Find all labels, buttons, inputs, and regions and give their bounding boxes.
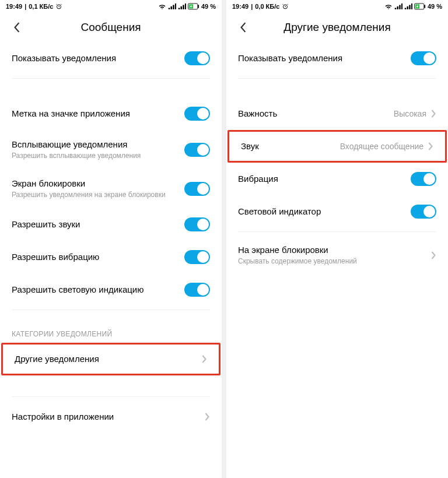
chevron-right-icon <box>202 355 207 363</box>
svg-rect-17 <box>405 8 407 10</box>
row-vibration[interactable]: Вибрация <box>226 163 448 195</box>
row-allow-led[interactable]: Разрешить световую индикацию <box>0 273 222 306</box>
label: Настройки в приложении <box>12 411 200 423</box>
divider <box>238 231 436 232</box>
label: Экран блокировки <box>12 178 184 189</box>
battery-icon <box>188 3 200 10</box>
row-allow-sound[interactable]: Разрешить звуки <box>0 208 222 241</box>
divider <box>12 310 210 310</box>
svg-rect-14 <box>397 6 398 9</box>
toggle-show-notifications[interactable] <box>411 51 436 65</box>
svg-rect-16 <box>401 3 402 9</box>
label: Всплывающие уведомления <box>12 139 184 150</box>
svg-rect-20 <box>411 3 412 9</box>
chevron-right-icon <box>205 413 210 421</box>
alarm-icon <box>55 3 62 10</box>
status-bar: 19:49 | 0,0 КБ/с 49 % <box>226 0 448 13</box>
row-importance[interactable]: Важность Высокая <box>226 97 448 130</box>
toggle-allow-vibration[interactable] <box>184 250 210 264</box>
toggle-led[interactable] <box>411 205 436 219</box>
wifi-icon <box>384 3 393 10</box>
status-battery: 49 % <box>201 3 216 10</box>
chevron-right-icon <box>431 251 436 259</box>
status-bar: 19:49 | 0,1 КБ/с 49 % <box>0 0 222 13</box>
label: Разрешить световую индикацию <box>12 284 184 296</box>
status-battery: 49 % <box>428 3 442 10</box>
svg-rect-13 <box>395 8 397 10</box>
toggle-allow-led[interactable] <box>184 283 210 297</box>
title-bar: Другие уведомления <box>226 13 448 42</box>
row-led[interactable]: Световой индикатор <box>226 195 448 228</box>
chevron-right-icon <box>431 110 436 118</box>
sublabel: Скрывать содержимое уведомлений <box>238 257 426 266</box>
svg-rect-7 <box>183 5 184 10</box>
alarm-icon <box>282 3 289 10</box>
row-show-notifications[interactable]: Показывать уведомления <box>226 42 448 75</box>
page-title: Сообщения <box>10 21 211 34</box>
svg-rect-18 <box>407 6 408 9</box>
divider <box>238 78 436 79</box>
svg-rect-5 <box>178 8 180 10</box>
status-time: 19:49 <box>6 3 22 10</box>
svg-rect-4 <box>175 3 176 9</box>
value: Высокая <box>394 109 426 119</box>
toggle-lockscreen[interactable] <box>184 182 210 196</box>
label: Важность <box>238 108 389 119</box>
phone-left: 19:49 | 0,1 КБ/с 49 % Сообщения Показыва… <box>0 0 222 478</box>
divider <box>12 78 210 79</box>
section-header-categories: КАТЕГОРИИ УВЕДОМЛЕНИЙ <box>0 324 222 343</box>
svg-rect-15 <box>399 5 401 10</box>
signal-icon-2 <box>404 3 412 9</box>
svg-rect-22 <box>424 5 425 8</box>
row-lockscreen[interactable]: Экран блокировки Разрешить уведомления н… <box>0 169 222 208</box>
toggle-vibration[interactable] <box>411 172 436 186</box>
signal-icon-1 <box>168 3 176 9</box>
label: Разрешить вибрацию <box>12 251 184 263</box>
status-speed: 0,1 КБ/с <box>29 3 53 10</box>
signal-icon-2 <box>178 3 186 9</box>
label: Звук <box>241 140 335 152</box>
row-show-notifications[interactable]: Показывать уведомления <box>0 42 222 75</box>
label: Другие уведомления <box>15 353 197 365</box>
chevron-right-icon <box>428 142 433 150</box>
row-badge[interactable]: Метка на значке приложения <box>0 97 222 130</box>
signal-icon-1 <box>394 3 402 9</box>
label: Показывать уведомления <box>12 52 184 64</box>
svg-rect-3 <box>173 5 174 10</box>
label: На экране блокировки <box>238 244 426 256</box>
toggle-badge[interactable] <box>184 107 210 121</box>
toggle-popups[interactable] <box>184 143 210 157</box>
label: Вибрация <box>238 173 411 185</box>
row-app-settings[interactable]: Настройки в приложении <box>0 400 222 433</box>
svg-rect-10 <box>198 5 199 8</box>
label: Световой индикатор <box>238 206 411 217</box>
label: Показывать уведомления <box>238 52 411 64</box>
page-title: Другие уведомления <box>237 21 438 34</box>
svg-rect-19 <box>409 5 411 10</box>
phone-right: 19:49 | 0,0 КБ/с 49 % Другие уведомления… <box>226 0 448 478</box>
divider <box>12 396 210 397</box>
sublabel: Разрешить уведомления на экране блокиров… <box>12 191 184 200</box>
status-time: 19:49 <box>232 3 249 10</box>
label: Разрешить звуки <box>12 219 184 230</box>
sublabel: Разрешить всплывающие уведомления <box>12 152 184 161</box>
svg-rect-6 <box>180 6 182 9</box>
title-bar: Сообщения <box>0 13 222 42</box>
row-on-lockscreen[interactable]: На экране блокировки Скрывать содержимое… <box>226 236 448 275</box>
row-other-notifications[interactable]: Другие уведомления <box>1 343 220 375</box>
label: Метка на значке приложения <box>12 108 184 119</box>
row-popups[interactable]: Всплывающие уведомления Разрешить всплыв… <box>0 130 222 169</box>
status-speed: 0,0 КБ/с <box>255 3 279 10</box>
row-allow-vibration[interactable]: Разрешить вибрацию <box>0 241 222 273</box>
row-sound[interactable]: Звук Входящее сообщение <box>228 130 447 163</box>
svg-rect-1 <box>169 8 170 10</box>
value: Входящее сообщение <box>340 142 424 152</box>
wifi-icon <box>158 3 166 10</box>
svg-rect-2 <box>170 6 172 9</box>
toggle-show-notifications[interactable] <box>184 51 210 65</box>
battery-icon <box>414 3 426 10</box>
toggle-allow-sound[interactable] <box>184 217 210 231</box>
svg-rect-8 <box>185 3 186 9</box>
